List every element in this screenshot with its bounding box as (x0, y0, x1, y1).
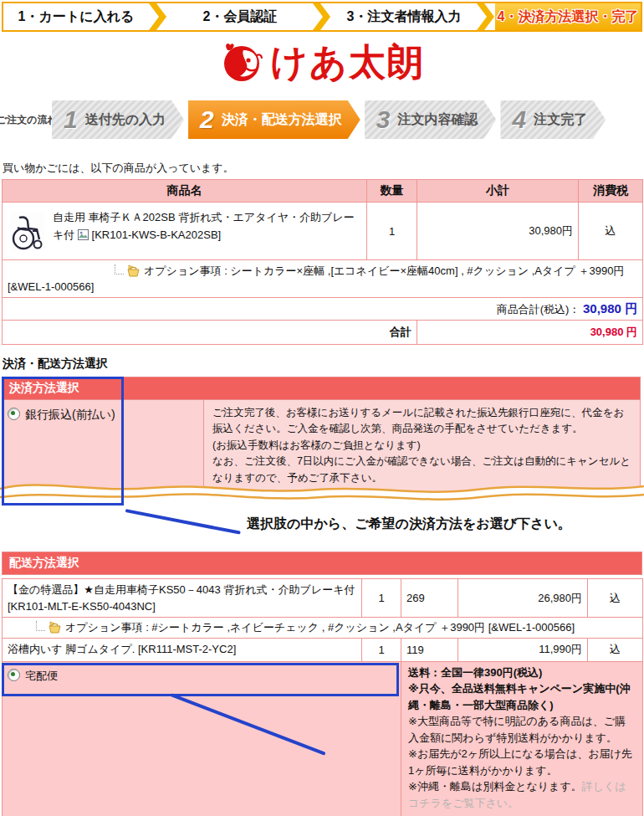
option-text: オプション事項 : #シートカラー ,ネイビーチェック , #クッション ,Aタ… (65, 621, 575, 634)
flow-step-label: 決済・配送方法選択 (222, 111, 342, 129)
payment-desc-line: ご注文完了後、お客様にお送りするメールに記載された振込先銀行口座宛に、代金をお振… (212, 405, 631, 438)
flow-step-number: 3 (376, 105, 391, 134)
flow-step-label: 注文内容確認 (397, 111, 478, 129)
cart-total-row: 合計 30,980 円 (3, 321, 643, 345)
product-tax: 込 (579, 203, 643, 260)
tree-branch-icon (115, 264, 124, 275)
chevron-right-icon (477, 3, 495, 30)
top-step-cart: 1・カートに入れる (3, 3, 149, 30)
product-subtotal: 30,980円 (417, 203, 579, 260)
payment-description-cell: ご注文完了後、お客様にお送りするメールに記載された振込先銀行口座宛に、代金をお振… (204, 400, 640, 512)
flow-step-payment-shipping: 2 決済・配送方法選択 (188, 100, 360, 139)
option-text: オプション事項 : シートカラー×座幅 ,[エコネイビー×座幅40cm] , #… (8, 264, 624, 294)
subtotal-label: 商品合計(税込)： (497, 303, 580, 316)
flow-step-number: 4 (512, 105, 526, 134)
product-code: [KR101-KWS-B-KA202SB] (92, 228, 222, 241)
subtotal-cell: 商品合計(税込)： 30,980 円 (3, 298, 643, 321)
shipping-item-row: 【金の特選品】★自走用車椅子KS50－4043 背折れ式・介助ブレーキ付 [KR… (3, 579, 643, 618)
shipping-item-row: 浴槽内いす 脚ゴムタイプ. [KR111-MST-2-YC2] 1 119 11… (3, 638, 643, 661)
shipping-info-line: 送料：全国一律390円(税込) (408, 665, 636, 681)
product-cell: 自走用 車椅子ＫＡ202SB 背折れ式・エアタイヤ・介助ブレーキ付 [KR101… (3, 203, 367, 260)
payment-highlight-box (2, 377, 124, 506)
total-value: 30,980 円 (417, 321, 643, 345)
payment-desc-line: (お振込手数料はお客様のご負担となります) (212, 438, 631, 454)
flow-step-confirm: 3 注文内容確認 (365, 100, 497, 139)
top-progress-bar: 1・カートに入れる 2・会員認証 3・注文者情報入力 4・決済方法選択・完了 (2, 2, 642, 32)
shipping-option-row: オプション事項 : #シートカラー ,ネイビーチェック , #クッション ,Aタ… (3, 618, 643, 639)
option-basket-icon (48, 621, 62, 634)
shipping-info-line: ※大型商品等で特に明記のある商品は、ご購入金額に関わらず特別送料がかかります。 (408, 713, 636, 746)
cart-table: 商品名 数量 小計 消費税 自走用 車椅子ＫＡ202SB 背折れ式・エアタイヤ・… (2, 179, 643, 345)
option-basket-icon (126, 264, 141, 277)
shipping-info-line: ※只今、全品送料無料キャンペーン実施中(沖縄・離島・一部大型商品除く) (408, 680, 636, 713)
shipping-highlight-box (2, 663, 399, 696)
product-qty: 1 (367, 203, 417, 260)
photo-icon[interactable] (78, 229, 89, 240)
flow-step-number: 1 (64, 105, 78, 134)
item-qty: 1 (362, 638, 401, 661)
shipping-info-cell: 送料：全国一律390円(税込) ※只今、全品送料無料キャンペーン実施中(沖縄・離… (401, 661, 643, 816)
flow-step-complete: 4 注文完了 (500, 100, 606, 139)
item-price: 26,980円 (458, 579, 588, 618)
col-header-qty: 数量 (367, 180, 417, 203)
shipping-info-line: ※お届先が2ヶ所以上になる場合は、お届け先1ヶ所毎に送料がかかります。 (408, 746, 636, 778)
chevron-right-icon (313, 3, 331, 30)
top-step-payment-complete: 4・決済方法選択・完了 (495, 3, 641, 30)
site-logo[interactable]: けあ太朗 (0, 32, 644, 92)
shipping-info-text: ※沖縄・離島は別料金となります。 (408, 780, 582, 793)
option-cell: オプション事項 : #シートカラー ,ネイビーチェック , #クッション ,Aタ… (3, 618, 643, 639)
top-step-orderer-info: 3・注文者情報入力 (331, 3, 477, 30)
item-number: 269 (401, 579, 458, 618)
logo-text: けあ太朗 (270, 38, 426, 87)
cart-option-row: オプション事項 : シートカラー×座幅 ,[エコネイビー×座幅40cm] , #… (3, 260, 643, 298)
shipping-method-section: 配送方法選択 【金の特選品】★自走用車椅子KS50－4043 背折れ式・介助ブレ… (2, 552, 642, 816)
col-header-product: 商品名 (3, 180, 367, 203)
payment-method-section: 決済方法選択 銀行振込(前払い) ご注文完了後、お客様にお送りするメールに記載さ… (2, 377, 641, 513)
wheelchair-thumbnail (9, 211, 46, 253)
payment-section-title: 決済・配送方法選択 (3, 357, 644, 372)
col-header-subtotal: 小計 (417, 180, 579, 203)
mascot-logo-icon (218, 40, 265, 84)
cart-intro-text: 買い物かごには、以下の商品が入っています。 (3, 161, 644, 176)
payment-desc-line: なお、ご注文後、7日以内にご入金が確認できない場合、ご注文は自動的にキャンセルと… (212, 454, 631, 486)
subtotal-value: 30,980 円 (583, 301, 637, 316)
item-name: 【金の特選品】★自走用車椅子KS50－4043 背折れ式・介助ブレーキ付 [KR… (3, 579, 362, 618)
item-number: 119 (401, 638, 458, 661)
flow-step-number: 2 (200, 105, 214, 134)
option-cell: オプション事項 : シートカラー×座幅 ,[エコネイビー×座幅40cm] , #… (3, 260, 643, 298)
chevron-right-icon (149, 3, 167, 30)
shipping-table: 【金の特選品】★自走用車椅子KS50－4043 背折れ式・介助ブレーキ付 [KR… (2, 578, 643, 816)
order-flow: ご注文の流れ 1 送付先の入力 2 決済・配送方法選択 3 注文内容確認 4 注… (0, 100, 644, 139)
total-label: 合計 (3, 321, 417, 345)
tree-branch-icon (36, 621, 45, 631)
col-header-tax: 消費税 (579, 180, 643, 203)
flow-step-label: 送付先の入力 (85, 111, 166, 129)
item-price: 11,990円 (458, 638, 588, 661)
checkout-page: 1・カートに入れる 2・会員認証 3・注文者情報入力 4・決済方法選択・完了 け… (0, 2, 644, 816)
item-qty: 1 (362, 579, 401, 618)
payment-annotation-text: 選択肢の中から、ご希望の決済方法をお選び下さい。 (247, 516, 571, 533)
flow-step-address: 1 送付先の入力 (52, 100, 184, 139)
shipping-info-line: ※沖縄・離島は別料金となります。詳しくはコチラをご覧下さい。 (408, 778, 636, 811)
cart-header-row: 商品名 数量 小計 消費税 (3, 180, 643, 203)
item-tax: 込 (588, 638, 643, 661)
shipping-header-bar: 配送方法選択 (2, 552, 642, 575)
cart-subtotal-row: 商品合計(税込)： 30,980 円 (3, 298, 643, 321)
item-tax: 込 (588, 579, 643, 618)
top-step-auth: 2・会員認証 (167, 3, 313, 30)
cart-product-row: 自走用 車椅子ＫＡ202SB 背折れ式・エアタイヤ・介助ブレーキ付 [KR101… (3, 203, 643, 260)
flow-step-label: 注文完了 (534, 111, 587, 129)
order-flow-label: ご注文の流れ (0, 113, 52, 127)
item-name: 浴槽内いす 脚ゴムタイプ. [KR111-MST-2-YC2] (3, 638, 362, 661)
